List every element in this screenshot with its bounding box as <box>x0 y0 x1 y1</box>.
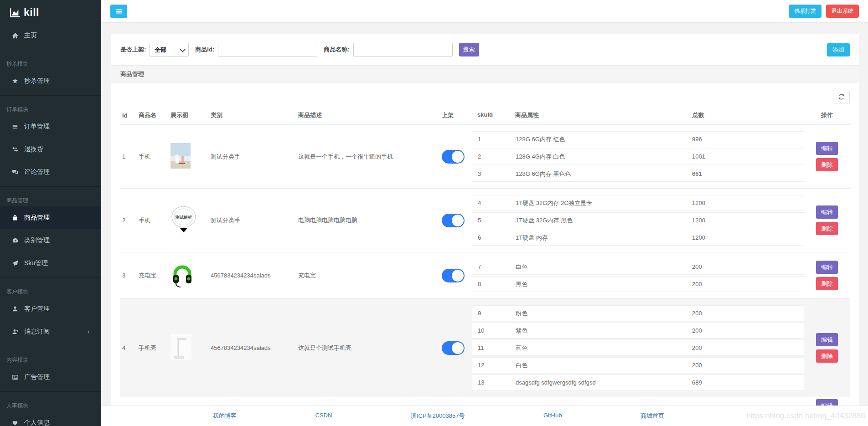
delete-button[interactable]: 删除 <box>816 349 838 363</box>
table-row: 1手机测试分类手这就是一个手机，一个很牛逼的手机1128G 6G内存 红色996… <box>120 125 850 189</box>
sidebar-group: 主页 <box>0 24 101 50</box>
product-name-input[interactable] <box>353 43 453 56</box>
edit-button[interactable]: 编辑 <box>816 205 838 219</box>
sku-row: 2128G 4G内存 白色1001 <box>472 149 804 164</box>
on-sale-toggle[interactable] <box>442 341 465 355</box>
sidebar-item-label: 订单管理 <box>24 123 50 131</box>
sku-table: 9粉色20010紫色20011蓝色20012白色20013dsagsdfg sd… <box>472 305 804 390</box>
sidebar-item-label: 消息订阅 <box>24 328 50 336</box>
sidebar-item-comment-manage[interactable]: 评论管理 <box>0 161 101 184</box>
content-area: 是否上架: 全部 商品id: 商品名称: 搜索 添加 商品管理 <box>101 22 868 423</box>
cell-actions: 编辑删除 <box>804 142 850 171</box>
on-sale-toggle[interactable] <box>442 150 465 164</box>
section-label: 商品管理 <box>0 187 101 206</box>
sidebar-item-label: 评论管理 <box>24 168 50 176</box>
sidebar-item-label: 秒杀管理 <box>24 77 50 85</box>
sku-id: 10 <box>472 327 516 334</box>
sku-total: 1200 <box>692 217 804 224</box>
home-icon <box>11 32 19 39</box>
edit-button[interactable]: 编辑 <box>816 261 838 274</box>
footer-link[interactable]: GitHub <box>543 412 562 420</box>
sidebar-item-label: 类别管理 <box>24 236 50 245</box>
sidebar-item-message-subscribe[interactable]: 消息订阅 <box>0 320 101 343</box>
sku-attrs: 黑色 <box>516 280 692 288</box>
delete-button[interactable]: 删除 <box>816 158 838 171</box>
cell-name: 手机壳 <box>139 344 170 352</box>
refresh-button[interactable] <box>833 90 850 103</box>
sku-total: 996 <box>692 136 804 143</box>
sku-id: 1 <box>472 136 516 143</box>
sku-id: 12 <box>472 362 516 369</box>
sidebar-item-order-manage[interactable]: 订单管理 <box>0 115 101 138</box>
product-image <box>170 143 191 170</box>
footer: 我的博客CSDN滇ICP备20003857号GitHub商城首页 https:/… <box>101 405 868 426</box>
product-image <box>170 334 191 362</box>
column-header-attrs: 商品属性 <box>515 111 692 119</box>
column-header-category: 类别 <box>211 111 298 119</box>
sku-row: 3128G 6G内存 黑色色661 <box>472 166 804 182</box>
sku-table: 41T硬盘 32G内存 2G独立显卡120051T硬盘 32G内存 黑色1200… <box>472 195 804 246</box>
comments-icon <box>11 169 19 175</box>
cell-image <box>170 334 211 362</box>
edit-button[interactable]: 编辑 <box>816 142 838 155</box>
cell-actions: 编辑删除 <box>804 261 850 290</box>
sidebar-item-customer-manage[interactable]: 客户管理 <box>0 298 101 320</box>
add-button[interactable]: 添加 <box>827 43 850 56</box>
search-button[interactable]: 搜索 <box>459 43 479 56</box>
footer-links: 我的博客CSDN滇ICP备20003857号GitHub商城首页 <box>213 412 664 420</box>
sku-row: 41T硬盘 32G内存 2G独立显卡1200 <box>472 195 804 211</box>
sku-row: 1128G 6G内存 红色996 <box>472 131 804 147</box>
footer-link[interactable]: 商城首页 <box>641 412 664 420</box>
product-id-input[interactable] <box>218 43 317 56</box>
column-header-sku-id: skuId <box>472 111 515 119</box>
table-body: 1手机测试分类手这就是一个手机，一个很牛逼的手机1128G 6G内存 红色996… <box>120 125 850 397</box>
sku-id: 7 <box>472 263 516 270</box>
sku-attrs: 白色 <box>516 361 692 370</box>
sku-total: 200 <box>692 281 804 287</box>
sidebar-toggle-button[interactable] <box>110 5 127 18</box>
chevron-left-icon <box>86 329 91 334</box>
column-header-total: 总数 <box>692 111 804 119</box>
delete-button[interactable]: 删除 <box>816 277 838 290</box>
cell-actions: 编辑删除 <box>804 205 850 235</box>
sidebar-item-category-manage[interactable]: 类别管理 <box>0 229 101 252</box>
cell-name: 充电宝 <box>139 272 170 280</box>
cell-on-sale <box>442 214 472 227</box>
brand-logo[interactable]: kill <box>0 0 101 24</box>
sidebar-group: 内容模块广告管理 <box>0 346 101 391</box>
sidebar-item-ad-manage[interactable]: 广告管理 <box>0 366 101 389</box>
sidebar-item-sku-manage[interactable]: Sku管理 <box>0 252 101 275</box>
exchange-icon <box>11 146 19 153</box>
on-sale-select[interactable]: 全部 <box>150 43 189 56</box>
cell-description: 这就是个测试手机壳 <box>298 344 442 352</box>
edit-button[interactable]: 编辑 <box>816 333 838 346</box>
topbar: 佛系打赏 退出系统 <box>101 0 868 22</box>
sidebar-item-return-exchange[interactable]: 退换货 <box>0 138 101 161</box>
footer-link[interactable]: CSDN <box>315 412 332 420</box>
heart-icon <box>11 420 19 426</box>
shopping-bag-icon <box>11 215 19 221</box>
sku-row: 9粉色200 <box>472 305 804 321</box>
cell-id: 3 <box>120 272 139 279</box>
column-header-actions: 操作 <box>804 111 850 119</box>
cell-id: 2 <box>120 217 139 224</box>
area-chart-icon <box>9 8 21 18</box>
sidebar-item-seckill-manage[interactable]: 秒杀管理 <box>0 70 101 92</box>
section-label: 秒杀模块 <box>0 50 101 70</box>
filter-bar: 是否上架: 全部 商品id: 商品名称: 搜索 添加 <box>111 34 859 65</box>
footer-link[interactable]: 我的博客 <box>213 412 237 420</box>
delete-button[interactable]: 删除 <box>816 222 838 235</box>
logout-button[interactable]: 退出系统 <box>826 5 859 18</box>
on-sale-toggle[interactable] <box>442 269 465 282</box>
brand-text: kill <box>24 6 39 19</box>
on-sale-select-wrap: 全部 <box>150 43 189 56</box>
sidebar-item-personal-info[interactable]: 个人信息 <box>0 411 101 426</box>
column-header-on-sale: 上架 <box>442 111 472 119</box>
reward-button[interactable]: 佛系打赏 <box>789 5 822 18</box>
footer-link[interactable]: 滇ICP备20003857号 <box>411 412 465 420</box>
on-sale-toggle[interactable] <box>442 214 465 227</box>
refresh-icon <box>838 93 845 100</box>
sidebar-group: 商品管理商品管理类别管理Sku管理 <box>0 186 101 277</box>
sidebar-item-product-manage[interactable]: 商品管理 <box>0 206 101 229</box>
sidebar-item-home[interactable]: 主页 <box>0 24 101 47</box>
